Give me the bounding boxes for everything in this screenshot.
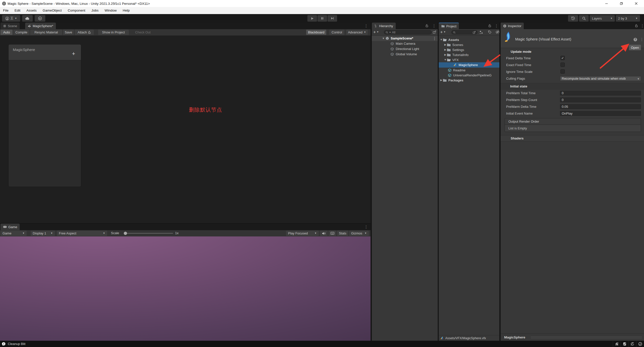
- attach-button[interactable]: Attach: [75, 30, 94, 35]
- menu-help[interactable]: Help: [120, 7, 133, 14]
- kebab-menu-icon[interactable]: ⋮: [433, 36, 436, 40]
- project-row-settings[interactable]: ▶ Settings: [439, 47, 499, 52]
- restore-button[interactable]: [616, 0, 627, 7]
- project-row-tutorialinfo[interactable]: ▶ TutorialInfo: [439, 52, 499, 57]
- filter-by-type-icon[interactable]: [479, 30, 483, 34]
- picker-icon[interactable]: [433, 30, 436, 34]
- scale-slider-track[interactable]: [124, 233, 173, 234]
- chevron-expanded-icon[interactable]: ▼: [382, 37, 385, 40]
- project-row-packages[interactable]: ▶ Packages: [439, 78, 499, 83]
- pause-button[interactable]: [317, 15, 327, 22]
- chevron-collapsed-icon[interactable]: ▶: [444, 48, 447, 51]
- tab-inspector[interactable]: Inspector: [501, 23, 524, 29]
- minimize-button[interactable]: [601, 0, 612, 7]
- aspect-ratio-dropdown[interactable]: Free Aspect ▼: [57, 231, 107, 236]
- open-button[interactable]: Open: [629, 45, 641, 50]
- kebab-menu-icon[interactable]: ⋮: [364, 225, 368, 229]
- stats-toggle-button[interactable]: Stats: [337, 231, 348, 236]
- menu-assets[interactable]: Assets: [23, 7, 40, 14]
- status-message[interactable]: Cleanup Blit: [8, 342, 25, 346]
- menu-edit[interactable]: Edit: [12, 7, 23, 14]
- kebab-menu-icon[interactable]: ⋮: [640, 37, 644, 41]
- exact-fixed-time-checkbox[interactable]: [560, 63, 565, 67]
- menu-gameobject[interactable]: GameObject: [40, 7, 65, 14]
- version-control-button[interactable]: D: [35, 15, 45, 22]
- layout-dropdown[interactable]: 2 by 3 ▼: [616, 15, 640, 22]
- cache-disabled-button[interactable]: [621, 341, 628, 347]
- scale-slider-handle[interactable]: [124, 232, 127, 235]
- check-out-button[interactable]: Check Out: [132, 30, 154, 35]
- chevron-expanded-icon[interactable]: ▼: [444, 59, 447, 61]
- culling-flags-dropdown[interactable]: Recompute bounds and simulate when visib…: [560, 76, 641, 81]
- layers-dropdown[interactable]: Layers ▼: [590, 15, 615, 22]
- project-row-readme[interactable]: Readme: [439, 68, 499, 73]
- auto-button[interactable]: Auto: [1, 30, 13, 35]
- chevron-collapsed-icon[interactable]: ▶: [444, 43, 447, 46]
- shaders-header-band[interactable]: Shaders: [501, 135, 644, 141]
- device-input-button[interactable]: [329, 231, 336, 236]
- plus-icon[interactable]: +: [72, 51, 75, 57]
- account-dropdown[interactable]: 王 ▼: [2, 15, 20, 22]
- project-row-magicsphere[interactable]: MagicSphere: [439, 62, 499, 68]
- progress-status-button[interactable]: [636, 341, 644, 347]
- gizmos-dropdown[interactable]: Gizmos ▼: [349, 231, 369, 236]
- game-viewport[interactable]: [0, 236, 371, 341]
- menu-component[interactable]: Component: [65, 7, 88, 14]
- project-row-urp-settings[interactable]: UniversalRenderPipelineG: [439, 73, 499, 78]
- advanced-dropdown[interactable]: Advanced ▼: [346, 30, 368, 35]
- visibility-icon[interactable]: [496, 30, 499, 34]
- label-icon[interactable]: [488, 30, 492, 34]
- display-dropdown[interactable]: Display 1 ▼: [31, 231, 55, 236]
- kebab-menu-icon[interactable]: ⋮: [495, 24, 498, 28]
- prewarm-total-time-field[interactable]: 0: [560, 91, 641, 95]
- show-in-project-button[interactable]: Show in Project: [98, 30, 129, 35]
- compile-button[interactable]: Compile: [13, 30, 29, 35]
- initial-event-name-field[interactable]: OnPlay: [560, 111, 641, 116]
- hierarchy-row-scene[interactable]: ▼ SampleScene* ⋮: [372, 36, 438, 41]
- project-search-input[interactable]: [451, 30, 477, 34]
- hierarchy-row-directional-light[interactable]: Directional Light: [372, 46, 438, 52]
- project-row-assets[interactable]: ▼ Assets: [439, 37, 499, 42]
- picker-icon[interactable]: [473, 31, 476, 34]
- undo-history-button[interactable]: [568, 15, 578, 22]
- mute-audio-button[interactable]: [320, 231, 328, 236]
- kebab-menu-icon[interactable]: ⋮: [364, 24, 368, 28]
- project-row-scenes[interactable]: ▶ Scenes: [439, 42, 499, 47]
- fixed-delta-time-checkbox[interactable]: [560, 56, 565, 60]
- kebab-menu-icon[interactable]: ⋮: [432, 24, 436, 28]
- step-button[interactable]: [328, 15, 337, 22]
- project-row-vfx[interactable]: ▼ VFX: [439, 57, 499, 62]
- prewarm-delta-time-field[interactable]: 0.05: [560, 104, 641, 109]
- create-object-dropdown[interactable]: + ▼: [373, 30, 379, 34]
- menu-jobs[interactable]: Jobs: [88, 7, 102, 14]
- debugger-disabled-button[interactable]: [613, 341, 621, 347]
- lock-open-icon[interactable]: [635, 24, 638, 27]
- hierarchy-row-global-volume[interactable]: Global Volume: [372, 52, 438, 57]
- hierarchy-row-main-camera[interactable]: Main Camera: [372, 41, 438, 46]
- tab-game[interactable]: Game: [1, 224, 20, 230]
- blackboard-toggle-button[interactable]: Blackboard: [306, 30, 326, 35]
- tab-scene[interactable]: Scene: [1, 23, 20, 29]
- vfx-blackboard[interactable]: MagicSphere +: [8, 44, 81, 187]
- lock-open-icon[interactable]: [425, 24, 428, 27]
- chevron-collapsed-icon[interactable]: ▶: [440, 79, 443, 81]
- tab-hierarchy[interactable]: Hierarchy: [372, 23, 396, 29]
- control-toggle-button[interactable]: Control: [329, 30, 344, 35]
- cloud-button[interactable]: [22, 15, 33, 22]
- resync-material-button[interactable]: Resync Material: [30, 30, 62, 35]
- hierarchy-search-input[interactable]: ▼ All: [384, 30, 432, 34]
- tab-project[interactable]: Project: [439, 23, 459, 29]
- menu-file[interactable]: File: [0, 7, 12, 14]
- global-search-button[interactable]: [579, 15, 589, 22]
- ignore-time-scale-checkbox[interactable]: [560, 69, 565, 74]
- help-icon[interactable]: ?: [633, 38, 637, 41]
- play-button[interactable]: [307, 15, 317, 22]
- refresh-disabled-button[interactable]: [628, 341, 636, 347]
- create-asset-dropdown[interactable]: + ▼: [440, 30, 446, 34]
- save-button[interactable]: Save: [63, 30, 74, 35]
- output-render-order-header[interactable]: Output Render Order: [505, 118, 641, 125]
- kebab-menu-icon[interactable]: ⋮: [640, 24, 644, 28]
- chevron-expanded-icon[interactable]: ▼: [440, 38, 443, 41]
- game-view-dropdown[interactable]: Game ▼: [1, 231, 27, 236]
- menu-window[interactable]: Window: [102, 7, 120, 14]
